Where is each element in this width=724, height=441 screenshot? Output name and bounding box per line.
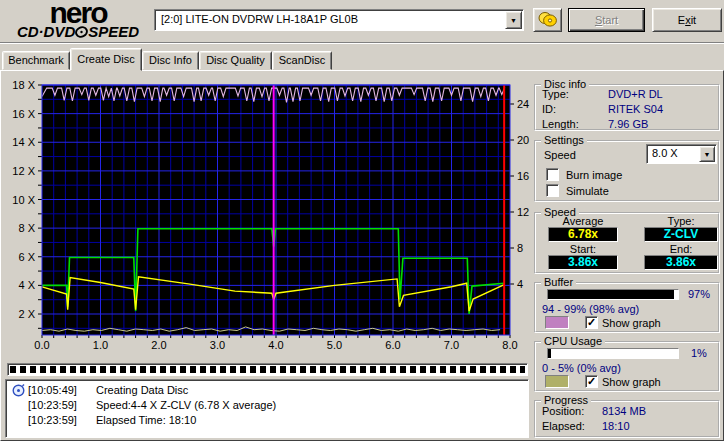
disc-tool-button[interactable] — [533, 8, 562, 32]
start-button[interactable]: Start — [568, 8, 645, 32]
svg-text:6 X: 6 X — [18, 251, 35, 263]
progress-position-value: 8134 MB — [602, 405, 646, 417]
buffer-show-graph-label: Show graph — [602, 317, 661, 329]
svg-text:2 X: 2 X — [18, 308, 35, 320]
speed-start-label: Start: — [548, 243, 618, 255]
speed-select-value: 8.0 X — [652, 147, 678, 159]
disc-icon — [75, 23, 88, 40]
speed-start-value: 3.86x — [548, 255, 618, 270]
speed-end-value: 3.86x — [644, 255, 718, 270]
burn-progress-strip — [7, 363, 528, 376]
svg-text:18 X: 18 X — [12, 79, 35, 91]
svg-text:24: 24 — [517, 98, 529, 110]
speed-end-label: End: — [644, 243, 718, 255]
cpu-group: CPU Usage 1% 0 - 5% (0% avg) ✓ Show grap… — [534, 341, 720, 392]
nero-logo: nero CD·DVDSPEED — [4, 2, 152, 39]
svg-text:4 X: 4 X — [18, 279, 35, 291]
write-speed-chart: 18 X16 X14 X12 X10 X8 X6 X4 X2 X0.01.02.… — [6, 75, 530, 360]
cpu-bar-fill — [548, 349, 551, 358]
svg-text:4.0: 4.0 — [268, 339, 283, 351]
buffer-percent: 97% — [688, 288, 710, 300]
settings-group: Settings Speed 8.0 X ▼ Burn image Simula… — [534, 140, 720, 202]
cpu-show-graph-checkbox[interactable]: ✓ — [585, 375, 598, 388]
speed-type-label: Type: — [644, 215, 718, 227]
speed-type-value: Z-CLV — [644, 227, 718, 242]
drive-selector-arrow[interactable]: ▼ — [505, 11, 522, 29]
settings-title: Settings — [541, 134, 587, 146]
cpu-graph-swatch — [545, 375, 569, 388]
progress-position-label: Position: — [542, 405, 584, 417]
svg-text:3.0: 3.0 — [210, 339, 225, 351]
svg-text:16: 16 — [517, 170, 529, 182]
log-row: [10:05:49] Creating Data Disc — [6, 384, 528, 398]
speed-select-arrow[interactable]: ▼ — [699, 146, 715, 162]
cpu-percent: 1% — [691, 347, 707, 359]
progress-elapsed-label: Elapsed: — [542, 420, 585, 432]
buffer-range-text: 94 - 99% (98% avg) — [542, 303, 639, 315]
burn-image-label: Burn image — [566, 169, 622, 181]
cpu-bar — [547, 348, 679, 359]
svg-text:7.0: 7.0 — [444, 339, 459, 351]
cpu-range-text: 0 - 5% (0% avg) — [542, 362, 621, 374]
svg-text:0.0: 0.0 — [34, 339, 49, 351]
drive-selector[interactable]: [2:0] LITE-ON DVDRW LH-18A1P GL0B ▼ — [154, 9, 524, 31]
svg-text:12 X: 12 X — [12, 165, 35, 177]
svg-text:16 X: 16 X — [12, 108, 35, 120]
svg-text:8 X: 8 X — [18, 222, 35, 234]
tab-create-disc[interactable]: Create Disc — [70, 48, 142, 71]
disc-length-label: Length: — [542, 118, 579, 130]
svg-text:10 X: 10 X — [12, 194, 35, 206]
nero-logo-subtext: CD·DVDSPEED — [4, 24, 152, 39]
tab-benchmark[interactable]: Benchmark — [2, 51, 70, 70]
log-row: [10:23:59] Elapsed Time: 18:10 — [6, 414, 528, 428]
svg-text:8: 8 — [517, 242, 523, 254]
buffer-title: Buffer — [541, 276, 576, 288]
exit-button[interactable]: Exit — [652, 8, 722, 32]
disc-id-label: ID: — [542, 103, 556, 115]
chart-canvas: 18 X16 X14 X12 X10 X8 X6 X4 X2 X0.01.02.… — [6, 75, 530, 360]
svg-text:1.0: 1.0 — [93, 339, 108, 351]
svg-text:8.0: 8.0 — [502, 339, 517, 351]
burn-progress-fill — [10, 366, 525, 373]
svg-text:4: 4 — [517, 278, 523, 290]
speed-select[interactable]: 8.0 X ▼ — [646, 144, 717, 164]
cpu-show-graph-label: Show graph — [602, 376, 661, 388]
tab-disc-quality[interactable]: Disc Quality — [199, 51, 272, 70]
disc-id-value: RITEK S04 — [608, 103, 663, 115]
speed-average-label: Average — [548, 215, 618, 227]
simulate-checkbox[interactable] — [546, 184, 559, 197]
disc-type-label: Type: — [542, 88, 569, 100]
log-row: [10:23:59] Speed:4-4 X Z-CLV (6.78 X ave… — [6, 399, 528, 413]
tab-disc-info[interactable]: Disc Info — [142, 51, 199, 70]
burn-status-icon — [12, 384, 25, 399]
buffer-bar — [547, 289, 679, 300]
speed-group: Speed Average Type: 6.78x Z-CLV Start: E… — [534, 212, 720, 274]
drive-selector-value: [2:0] LITE-ON DVDRW LH-18A1P GL0B — [161, 13, 358, 25]
disc-length-value: 7.96 GB — [608, 118, 648, 130]
simulate-label: Simulate — [566, 185, 609, 197]
svg-text:14 X: 14 X — [12, 136, 35, 148]
svg-text:2.0: 2.0 — [151, 339, 166, 351]
svg-text:6.0: 6.0 — [385, 339, 400, 351]
progress-group: Progress Position: 8134 MB Elapsed: 18:1… — [534, 400, 720, 438]
discs-icon — [538, 11, 558, 29]
disc-type-value: DVD+R DL — [608, 88, 663, 100]
speed-average-value: 6.78x — [548, 227, 618, 242]
buffer-show-graph-checkbox[interactable]: ✓ — [585, 316, 598, 329]
tab-scandisc[interactable]: ScanDisc — [272, 51, 332, 70]
cpu-title: CPU Usage — [541, 335, 605, 347]
buffer-graph-swatch — [545, 316, 569, 329]
speed-setting-label: Speed — [544, 149, 576, 161]
svg-text:5.0: 5.0 — [327, 339, 342, 351]
log-box: [10:05:49] Creating Data Disc [10:23:59]… — [5, 379, 529, 438]
toolbar-separator — [0, 42, 724, 44]
nero-logo-text: nero — [4, 2, 152, 24]
svg-text:12: 12 — [517, 206, 529, 218]
burn-image-checkbox[interactable] — [546, 168, 559, 181]
buffer-group: Buffer 97% 94 - 99% (98% avg) ✓ Show gra… — [534, 282, 720, 333]
svg-text:20: 20 — [517, 134, 529, 146]
buffer-bar-fill — [548, 290, 674, 299]
disc-info-group: Disc info Type: DVD+R DL ID: RITEK S04 L… — [534, 84, 720, 131]
progress-elapsed-value: 18:10 — [602, 420, 630, 432]
